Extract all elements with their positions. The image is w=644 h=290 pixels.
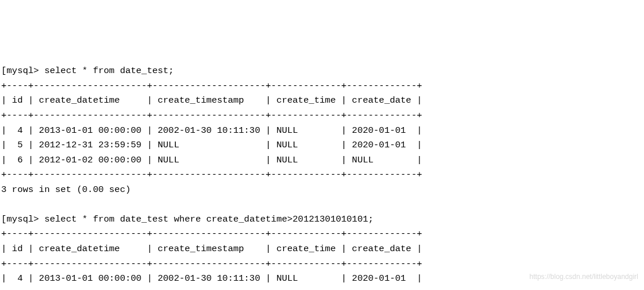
table-border: +----+---------------------+------------… xyxy=(1,259,422,269)
terminal-line: [mysql> select * from date_test where cr… xyxy=(1,214,374,224)
sql-query-2[interactable]: select * from date_test where create_dat… xyxy=(44,214,373,224)
table-border: +----+---------------------+------------… xyxy=(1,229,422,239)
terminal-line: [mysql> select * from date_test; xyxy=(1,66,174,76)
table-header-row: | id | create_datetime | create_timestam… xyxy=(1,244,422,254)
table-row: | 4 | 2013-01-01 00:00:00 | 2002-01-30 1… xyxy=(1,125,422,136)
mysql-prompt: mysql> xyxy=(6,214,44,224)
watermark-text: https://blog.csdn.net/littleboyandgirl xyxy=(530,271,638,283)
table-border: +----+---------------------+------------… xyxy=(1,110,422,121)
prompt-bracket: [ xyxy=(1,66,6,76)
table-row: | 4 | 2013-01-01 00:00:00 | 2002-01-30 1… xyxy=(1,273,422,284)
sql-query-1[interactable]: select * from date_test; xyxy=(44,66,173,76)
prompt-bracket: [ xyxy=(1,214,6,224)
table-border: +----+---------------------+------------… xyxy=(1,81,422,91)
table-header-row: | id | create_datetime | create_timestam… xyxy=(1,95,422,106)
table-row: | 6 | 2012-01-02 00:00:00 | NULL | NULL … xyxy=(1,155,422,165)
table-row: | 5 | 2012-12-31 23:59:59 | NULL | NULL … xyxy=(1,140,422,150)
table-border: +----+---------------------+------------… xyxy=(1,169,422,180)
mysql-prompt: mysql> xyxy=(6,66,44,76)
result-status: 3 rows in set (0.00 sec) xyxy=(1,184,131,195)
